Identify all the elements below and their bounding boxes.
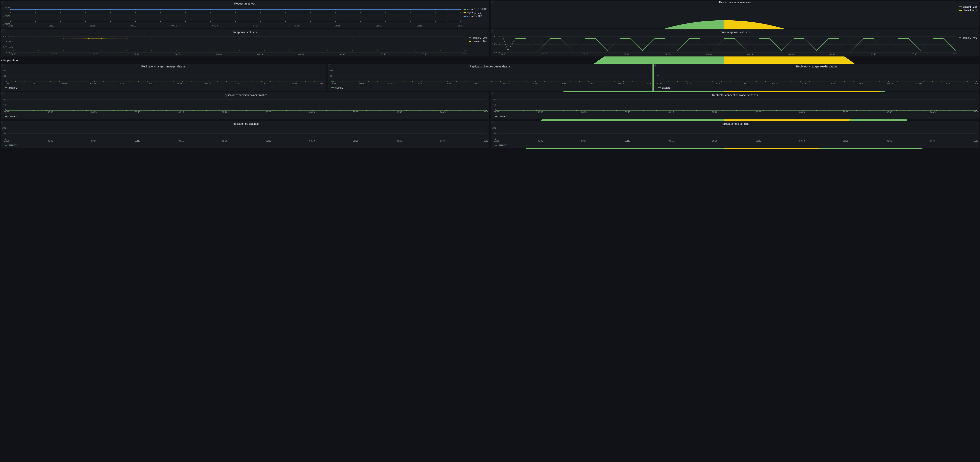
panel-response-statuses[interactable]: i Response statuses 2 req/s2.25 req/s2.5… bbox=[1, 29, 489, 56]
svg-point-259 bbox=[6, 81, 7, 82]
svg-point-370 bbox=[668, 81, 669, 82]
svg-text:08:10: 08:10 bbox=[91, 82, 96, 85]
legend-item[interactable]: cluster1 bbox=[495, 144, 507, 147]
legend-item[interactable]: cluster1 bbox=[5, 144, 17, 147]
panel-title: Replicator connection owner crashes bbox=[223, 94, 267, 97]
svg-point-453 bbox=[393, 110, 394, 111]
svg-point-492 bbox=[670, 110, 670, 111]
panel-title: Replicator changes queue deaths bbox=[469, 65, 511, 68]
svg-point-589 bbox=[496, 139, 497, 139]
svg-text:08:50: 08:50 bbox=[484, 111, 488, 113]
legend-item[interactable]: cluster1 - PUT bbox=[463, 15, 487, 18]
panel-repl-mgr[interactable]: i Replicator changes manager deaths 0501… bbox=[1, 64, 326, 91]
legend-label: cluster1 bbox=[499, 144, 507, 147]
svg-point-63 bbox=[110, 12, 111, 13]
svg-point-151 bbox=[38, 50, 39, 51]
svg-point-198 bbox=[164, 38, 164, 38]
svg-point-289 bbox=[270, 81, 271, 82]
svg-point-62 bbox=[98, 12, 99, 13]
legend-item[interactable]: cluster1 - 200 bbox=[469, 37, 487, 39]
svg-point-332 bbox=[491, 81, 492, 82]
svg-point-209 bbox=[302, 38, 302, 38]
legend-label: cluster1 - 200 bbox=[473, 37, 487, 39]
svg-text:50: 50 bbox=[493, 132, 496, 134]
svg-point-52 bbox=[435, 21, 436, 22]
svg-point-273 bbox=[129, 81, 130, 82]
panel-repl-worker[interactable]: i Replicator connection worker crashes 0… bbox=[491, 92, 979, 119]
legend-swatch-icon bbox=[959, 10, 962, 11]
chart-repl-queue[interactable]: 05010007:5508:0008:0508:1008:1508:2008:2… bbox=[328, 70, 651, 85]
svg-point-184 bbox=[453, 50, 453, 51]
legend-item[interactable]: cluster1 bbox=[331, 86, 344, 89]
svg-text:08:00: 08:00 bbox=[538, 111, 543, 113]
legend-item[interactable]: cluster1 - 401 bbox=[959, 37, 977, 39]
legend-item[interactable]: cluster1 - 2xx bbox=[959, 5, 977, 8]
chart-repl-owner[interactable]: 05010007:5508:0008:0508:1008:1508:2008:2… bbox=[2, 99, 488, 113]
svg-text:0.464 req/s: 0.464 req/s bbox=[492, 43, 503, 46]
svg-point-82 bbox=[347, 12, 348, 13]
chart-request-methods[interactable]: 1 req/s2 req/s3 req/s07:5508:0008:0508:1… bbox=[2, 7, 461, 27]
chart-response-statuses[interactable]: 2 req/s2.25 req/s2.5 req/s2.75 req/s07:5… bbox=[2, 36, 467, 56]
panel-title: Replicator job crashes bbox=[231, 122, 259, 125]
panel-error-statuses[interactable]: i Error response statuses 0.462 req/s0.4… bbox=[491, 29, 979, 56]
svg-point-150 bbox=[25, 50, 26, 51]
svg-point-173 bbox=[314, 50, 315, 51]
svg-point-618 bbox=[883, 139, 884, 139]
chart-repl-job[interactable]: 05010007:5508:0008:0508:1008:1508:2008:2… bbox=[2, 127, 488, 142]
svg-text:07:55: 07:55 bbox=[4, 82, 9, 85]
svg-point-483 bbox=[550, 110, 550, 111]
svg-point-168 bbox=[252, 50, 253, 51]
legend-item[interactable]: cluster1 bbox=[495, 115, 507, 118]
svg-point-274 bbox=[138, 81, 139, 82]
svg-point-75 bbox=[260, 12, 261, 13]
svg-point-216 bbox=[390, 38, 391, 38]
svg-text:08:30: 08:30 bbox=[294, 24, 299, 27]
svg-point-536 bbox=[33, 139, 34, 139]
svg-point-185 bbox=[465, 50, 466, 51]
svg-point-346 bbox=[614, 81, 615, 82]
chart-repl-worker[interactable]: 05010007:5508:0008:0508:1008:1508:2008:2… bbox=[492, 99, 978, 113]
svg-text:08:15: 08:15 bbox=[172, 24, 177, 27]
svg-text:08:50: 08:50 bbox=[463, 53, 467, 56]
svg-point-91 bbox=[460, 12, 461, 13]
panel-repl-reader[interactable]: i Replicator changes reader deaths 05010… bbox=[654, 64, 979, 91]
panel-repl-job[interactable]: i Replicator job crashes 05010007:5508:0… bbox=[1, 121, 489, 148]
svg-point-379 bbox=[748, 81, 748, 82]
svg-point-570 bbox=[486, 139, 487, 139]
legend-swatch-icon bbox=[331, 88, 334, 88]
svg-point-499 bbox=[763, 110, 764, 111]
svg-point-613 bbox=[816, 139, 817, 139]
panel-request-methods[interactable]: i Request methods 1 req/s2 req/s3 req/s0… bbox=[1, 1, 489, 28]
svg-point-599 bbox=[630, 139, 630, 139]
legend-item[interactable]: cluster1 bbox=[5, 86, 17, 89]
svg-point-390 bbox=[844, 81, 845, 82]
chart-repl-mgr[interactable]: 05010007:5508:0008:0508:1008:1508:2008:2… bbox=[2, 70, 325, 85]
legend-item[interactable]: cluster1 - 201 bbox=[469, 40, 487, 43]
svg-point-33 bbox=[197, 21, 198, 22]
svg-point-122 bbox=[385, 9, 386, 10]
svg-point-24 bbox=[85, 21, 86, 22]
svg-point-622 bbox=[936, 139, 937, 139]
svg-point-201 bbox=[202, 38, 202, 38]
panel-response-overview[interactable]: i Response status overview cluster1 - 2x… bbox=[491, 1, 979, 28]
chart-repl-reader[interactable]: 05010007:5508:0008:0508:1008:1508:2008:2… bbox=[655, 70, 978, 85]
svg-point-343 bbox=[588, 81, 589, 82]
panel-title: Error response statuses bbox=[721, 30, 750, 34]
legend-item[interactable]: cluster1 bbox=[5, 115, 17, 118]
chart-repl-pending[interactable]: 05010007:5508:0008:0508:1008:1508:2008:2… bbox=[492, 127, 978, 142]
legend-item[interactable]: cluster1 - 4xx bbox=[959, 9, 977, 12]
panel-repl-pending[interactable]: i Replicator jobs pending 05010007:5508:… bbox=[491, 121, 979, 148]
svg-point-191 bbox=[76, 38, 76, 39]
svg-text:08:35: 08:35 bbox=[234, 82, 240, 85]
panel-repl-owner[interactable]: i Replicator connection owner crashes 05… bbox=[1, 92, 489, 119]
legend-item[interactable]: cluster1 - GET bbox=[463, 11, 487, 14]
chart-error-statuses[interactable]: 0.462 req/s0.464 req/s0.466 req/s07:5508… bbox=[492, 36, 957, 56]
svg-point-32 bbox=[185, 21, 186, 22]
legend-item[interactable]: cluster1 - DELETE bbox=[463, 8, 487, 11]
svg-point-61 bbox=[85, 12, 86, 13]
legend: cluster1 bbox=[491, 143, 979, 148]
panel-repl-queue[interactable]: i Replicator changes queue deaths 050100… bbox=[328, 64, 653, 91]
svg-text:08:10: 08:10 bbox=[135, 111, 140, 113]
legend-item[interactable]: cluster1 bbox=[658, 86, 670, 89]
svg-point-100 bbox=[110, 9, 111, 10]
